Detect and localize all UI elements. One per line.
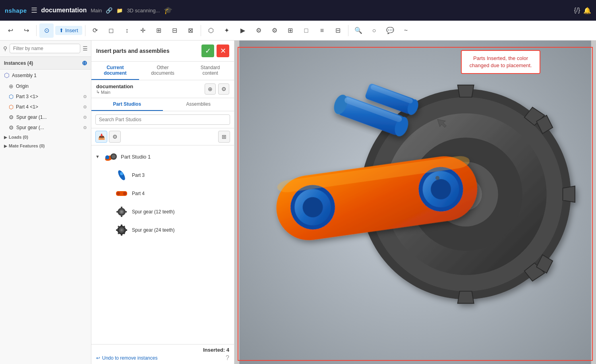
ps-toolbar-left: 📥 ⚙ [95,131,121,143]
confirm-button[interactable]: ✓ [201,45,214,57]
tab-current-document[interactable]: Current document [91,62,139,80]
svg-point-4 [112,155,116,159]
studio-collapse-icon-0: ▼ [95,154,100,159]
part-icon-0: ⬡ [9,93,14,100]
search-input[interactable] [10,44,80,53]
part-insert-item-2[interactable]: Spur gear (12 teeth) [91,203,234,221]
part-insert-item-3[interactable]: Spur gear (24 teeth) [91,221,234,239]
tab-part-studios[interactable]: Part Studios [91,98,163,111]
svg-point-2 [105,155,109,159]
filter-view-button[interactable]: ⊞ [218,131,230,143]
viewport[interactable]: Parts Inserted, the color changed due to… [234,41,596,364]
tab-label[interactable]: 3D scanning... [127,8,160,14]
loads-label: Loads (0) [9,135,28,139]
tab-assemblies[interactable]: Assemblies [163,98,234,111]
hamburger-icon[interactable]: ☰ [31,6,37,15]
settings-button[interactable]: ⚙ [252,23,266,38]
inserted-count: Inserted: 4 [96,347,229,353]
part-insert-item-1[interactable]: Part 4 [91,184,234,203]
origin-item[interactable]: ⊕ Origin [0,81,91,91]
list-view-icon[interactable]: ☰ [83,45,88,52]
comment-button[interactable]: 💬 [383,23,397,38]
mate-button[interactable]: ⊞ [152,23,166,38]
svg-rect-26 [116,229,118,231]
config-button[interactable]: ⚙ [267,23,282,38]
insert-view-button[interactable]: 📥 [95,131,107,143]
search-part-studios-input[interactable] [95,114,230,125]
folder-icon: 📁 [116,8,123,14]
custom-button[interactable]: ~ [399,23,413,38]
help-icon[interactable]: ? [226,354,229,362]
doc-branch: ↳ Main [96,89,133,95]
part-item-2[interactable]: ⚙ Spur gear (1... ⚙ [0,112,91,122]
explode-button[interactable]: ✦ [220,23,234,38]
pattern-button[interactable]: ⊟ [168,23,182,38]
part-label-1: Part 4 <1> [16,104,81,110]
move-button[interactable]: ✛ [136,23,150,38]
align-button[interactable]: ⊠ [184,23,198,38]
left-sidebar: ⚲ ☰ Instances (4) ⊕ ⬡ Assembly 1 ⊕ Origi… [0,41,91,364]
config-doc-button[interactable]: ⚙ [218,83,229,95]
add-instance-doc-button[interactable]: ⊕ [205,83,216,95]
tab-standard-content[interactable]: Standard content [186,62,234,80]
part-item-1[interactable]: ⬡ Part 4 <1> ⚙ [0,102,91,112]
part-item-3[interactable]: ⚙ Spur gear (... ⚙ [0,122,91,133]
insert-label: Insert [65,27,78,33]
part-item-0[interactable]: ⬡ Part 3 <1> ⚙ [0,91,91,102]
svg-point-23 [120,229,123,231]
assembly-label: Assembly 1 [12,73,87,78]
add-instance-button[interactable]: ⊕ [82,59,87,67]
tab-other-documents[interactable]: Other documents [139,62,187,80]
measure-button[interactable]: ○ [367,23,381,38]
transform-button[interactable]: ↕ [120,23,134,38]
config-view-button[interactable]: ⚙ [109,131,121,143]
animate-button[interactable]: ▶ [236,23,250,38]
insert-tree: ▼ Part Studio 1 [91,145,234,344]
rotate-view-button[interactable]: ⟳ [88,23,103,38]
search-button[interactable]: 🔍 [351,23,366,38]
render-button[interactable]: □ [299,23,313,38]
branch-tag: Main [91,8,102,14]
grid-button[interactable]: ⊞ [283,23,298,38]
studio-item-0[interactable]: ▼ Part Studio 1 [91,147,234,166]
svg-rect-18 [116,211,118,213]
loads-section[interactable]: ▶ Loads (0) [0,133,91,141]
insert-tabs: Current document Other documents Standar… [91,62,234,80]
undo-instances-button[interactable]: ↩ Undo to remove instances [96,355,157,361]
svg-point-11 [123,192,126,195]
doc-info: documentation ↳ Main ⊕ ⚙ [91,80,234,98]
toolbar: ↩ ↪ ⊙ ⬆ Insert ⟳ ◻ ↕ ✛ ⊞ ⊟ ⊠ ⬡ ✦ ▶ ⚙ ⚙ ⊞… [0,21,596,41]
part-insert-label-2: Spur gear (12 teeth) [132,209,174,215]
insert-actions: ✓ ✕ [201,45,229,57]
svg-point-10 [117,192,120,195]
mate-features-section[interactable]: ▶ Mate Features (0) [0,141,91,150]
bom-button[interactable]: ≡ [315,23,329,38]
assembly-item[interactable]: ⬡ Assembly 1 [0,70,91,81]
doc-info-left: documentation ↳ Main [96,83,133,95]
home-button[interactable]: ⊙ [39,23,54,38]
section-button[interactable]: ⬡ [204,23,218,38]
undo-label: Undo to remove instances [102,355,157,361]
tab-standard-label-line1: Standard [188,65,232,70]
insert-icon: ⬆ [59,27,64,33]
branch-arrow-icon: ↳ [96,89,100,95]
part-studios-toolbar: 📥 ⚙ ⊞ [91,128,234,145]
cancel-button[interactable]: ✕ [217,45,229,57]
drawing-button[interactable]: ⊟ [331,23,345,38]
redo-button[interactable]: ↪ [19,23,33,38]
part-insert-item-0[interactable]: Part 3 [91,166,234,184]
part-icon-1: ⬡ [9,104,14,110]
loads-toggle: ▶ [4,135,7,139]
insert-panel-title: Insert parts and assemblies [96,48,169,54]
notification-button[interactable]: 🔔 [583,7,591,14]
select-button[interactable]: ◻ [104,23,118,38]
content-tabs: Part Studios Assemblies [91,98,234,111]
main-area: ⚲ ☰ Instances (4) ⊕ ⬡ Assembly 1 ⊕ Origi… [0,41,596,364]
mate-features-toggle: ▶ [4,144,7,148]
tab-assemblies-label: Assemblies [186,101,211,107]
insert-button[interactable]: ⬆ Insert [55,26,82,35]
svg-rect-24 [121,225,122,226]
undo-button[interactable]: ↩ [3,23,17,38]
code-button[interactable]: {/} [574,7,580,14]
svg-rect-17 [121,215,122,217]
